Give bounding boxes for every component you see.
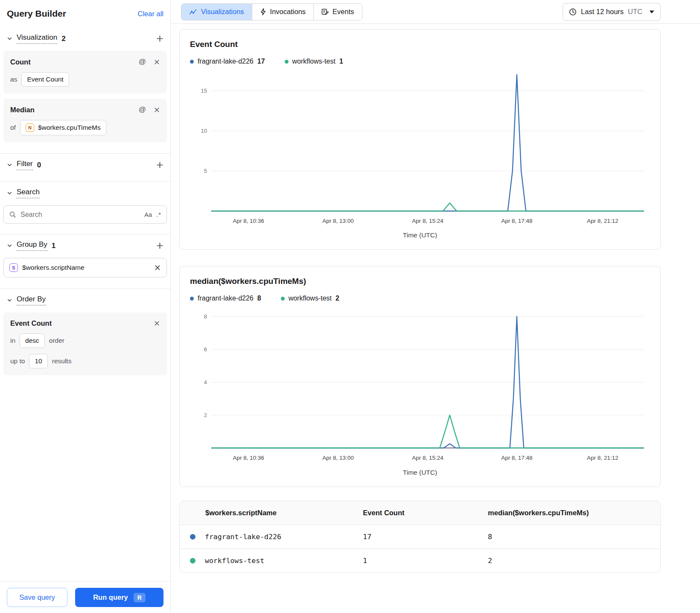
x-axis-label: Time (UTC) <box>190 469 650 476</box>
limit-chip[interactable]: 10 <box>29 354 47 368</box>
median-cpu-line-chart[interactable]: 2468Apr 8, 10:36Apr 8, 13:00Apr 8, 15:24… <box>190 306 650 467</box>
tab-invocations[interactable]: Invocations <box>252 4 313 20</box>
results-table-card: $workers.scriptName Event Count median($… <box>179 501 661 573</box>
svg-text:4: 4 <box>204 379 207 385</box>
legend-item[interactable]: fragrant-lake-d226 8 <box>190 295 261 302</box>
legend-series-name: fragrant-lake-d226 <box>198 295 254 302</box>
column-header-script-name[interactable]: $workers.scriptName <box>180 501 353 525</box>
add-visualization-button[interactable] <box>156 35 163 42</box>
time-range-dropdown[interactable]: Last 12 hours UTC <box>563 3 661 21</box>
main-area: Visualizations Invocations Events Last 1… <box>171 0 700 613</box>
visualization-section-label: Visualization <box>17 33 57 44</box>
svg-text:8: 8 <box>204 313 207 320</box>
script-name-cell: fragrant-lake-d226 <box>205 533 281 541</box>
series-dot <box>281 297 285 301</box>
table-row[interactable]: fragrant-lake-d226 17 8 <box>180 525 660 549</box>
view-tabs: Visualizations Invocations Events <box>181 3 362 20</box>
event-count-line-chart[interactable]: 51015Apr 8, 10:36Apr 8, 13:00Apr 8, 15:2… <box>190 70 650 230</box>
search-section-label: Search <box>17 188 40 198</box>
visualization-type-label: Median <box>10 106 35 114</box>
search-box: Aa .* <box>3 205 167 224</box>
match-case-icon[interactable]: Aa <box>144 211 152 218</box>
save-query-button[interactable]: Save query <box>7 588 67 607</box>
run-query-label: Run query <box>93 593 128 601</box>
tab-label: Visualizations <box>201 8 244 16</box>
svg-text:Apr 8, 21:12: Apr 8, 21:12 <box>587 455 618 461</box>
svg-text:Apr 8, 15:24: Apr 8, 15:24 <box>412 455 443 461</box>
column-header-event-count[interactable]: Event Count <box>353 501 478 525</box>
query-actions-bar: Save query Run query R <box>0 581 170 613</box>
chevron-down-icon[interactable] <box>7 162 12 168</box>
close-icon[interactable] <box>154 320 160 327</box>
clock-icon <box>569 8 577 16</box>
visualization-count: 2 <box>61 35 65 43</box>
order-by-field-label: Event Count <box>10 319 52 327</box>
add-group-by-button[interactable] <box>156 242 163 249</box>
group-by-count: 1 <box>52 242 55 250</box>
legend-series-name: fragrant-lake-d226 <box>198 58 254 65</box>
x-axis-label: Time (UTC) <box>190 231 650 239</box>
number-type-icon: N <box>26 123 34 132</box>
panel-title: Query Builder <box>7 9 66 19</box>
legend-series-value: 17 <box>257 58 265 65</box>
search-input[interactable] <box>20 211 140 219</box>
alias-chip[interactable]: Event Count <box>21 72 69 87</box>
group-by-section: Group By 1 S $workers.scriptName <box>0 234 170 289</box>
chart-legend: fragrant-lake-d226 8 workflows-test 2 <box>190 295 650 302</box>
chevron-down-icon[interactable] <box>7 298 12 303</box>
at-icon[interactable]: @ <box>139 105 146 114</box>
query-builder-header: Query Builder Clear all <box>0 0 170 27</box>
svg-text:Apr 8, 21:12: Apr 8, 21:12 <box>587 218 618 224</box>
regex-icon[interactable]: .* <box>156 211 161 218</box>
filter-section-label: Filter <box>17 160 33 170</box>
close-icon[interactable] <box>154 264 161 271</box>
tab-label: Events <box>332 8 354 16</box>
count-visualization-card: Count @ as Event Count <box>3 51 167 93</box>
chevron-down-icon[interactable] <box>7 243 12 248</box>
chevron-down-icon[interactable] <box>7 36 12 41</box>
svg-text:Apr 8, 17:48: Apr 8, 17:48 <box>501 455 532 461</box>
tab-visualizations[interactable]: Visualizations <box>181 4 252 20</box>
string-type-icon: S <box>9 263 18 272</box>
legend-series-value: 2 <box>335 295 339 302</box>
legend-item[interactable]: workflows-test 2 <box>281 295 339 302</box>
svg-text:2: 2 <box>204 412 207 418</box>
svg-text:15: 15 <box>201 88 207 94</box>
tab-events[interactable]: Events <box>313 4 362 20</box>
run-query-button[interactable]: Run query R <box>75 588 163 607</box>
up-to-label: up to <box>10 357 25 365</box>
group-by-field-chip[interactable]: S $workers.scriptName <box>3 258 167 277</box>
column-header-median[interactable]: median($workers.cpuTimeMs) <box>478 501 660 525</box>
lightning-icon <box>260 8 266 15</box>
events-form-icon <box>321 8 329 15</box>
add-filter-button[interactable] <box>156 161 163 169</box>
table-row[interactable]: workflows-test 1 2 <box>180 549 660 572</box>
group-by-field-value: $workers.scriptName <box>22 264 85 271</box>
svg-text:6: 6 <box>204 346 207 353</box>
field-chip[interactable]: N $workers.cpuTimeMs <box>20 120 106 135</box>
close-icon[interactable] <box>154 59 160 65</box>
field-value: $workers.cpuTimeMs <box>38 124 101 131</box>
median-visualization-card: Median @ of N $workers.cpuTimeMs <box>3 99 167 142</box>
run-query-shortcut-badge: R <box>134 593 146 602</box>
order-by-card: Event Count in desc order up to 10 resul… <box>3 312 167 375</box>
svg-text:Apr 8, 13:00: Apr 8, 13:00 <box>322 455 353 461</box>
legend-series-name: workflows-test <box>292 58 335 65</box>
legend-item[interactable]: fragrant-lake-d226 17 <box>190 58 265 65</box>
legend-series-value: 8 <box>257 295 261 302</box>
of-label: of <box>10 124 16 131</box>
median-cell: 2 <box>478 549 660 572</box>
sort-direction-value: desc <box>25 337 39 344</box>
median-cpu-chart-card: median($workers.cpuTimeMs) fragrant-lake… <box>179 266 661 487</box>
close-icon[interactable] <box>154 107 160 113</box>
legend-item[interactable]: workflows-test 1 <box>285 58 343 65</box>
chevron-down-icon[interactable] <box>7 190 12 196</box>
clear-all-link[interactable]: Clear all <box>137 10 163 18</box>
svg-text:5: 5 <box>204 168 207 174</box>
median-cell: 8 <box>478 525 660 549</box>
search-icon <box>9 211 16 218</box>
series-dot <box>285 60 289 64</box>
at-icon[interactable]: @ <box>139 58 146 66</box>
legend-series-name: workflows-test <box>289 295 332 302</box>
sort-direction-chip[interactable]: desc <box>20 333 45 348</box>
